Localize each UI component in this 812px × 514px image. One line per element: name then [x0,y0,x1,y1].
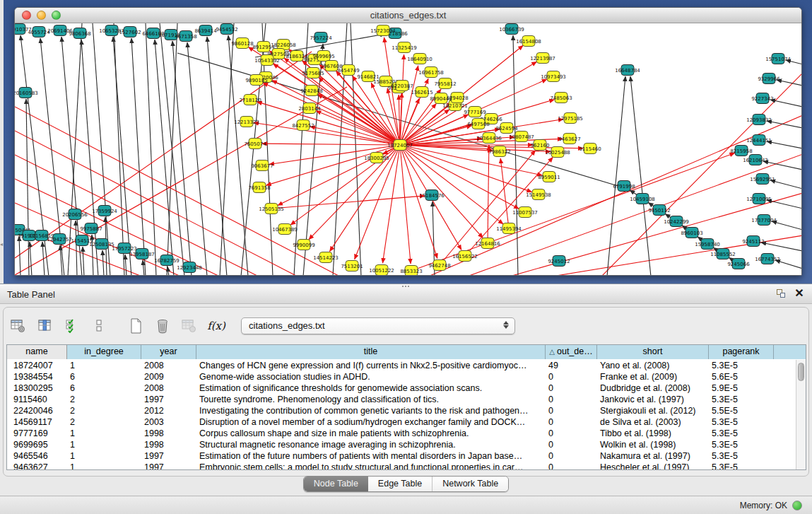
function-builder-button[interactable]: f(x) [207,316,225,336]
graph-node-label: 15723094 [370,28,396,34]
table-row[interactable]: 1938455462009Genome-wide association stu… [7,371,796,382]
graph-node-label: 9245012 [548,259,570,264]
cell-year: 1998 [141,428,196,439]
table-vertical-scrollbar[interactable] [796,360,806,469]
cell-in_degree: 6 [67,382,141,394]
graph-node-label: 8624594 [495,126,518,132]
graph-edge-segment [15,107,340,275]
graph-node-label: 16648784 [615,68,640,74]
table-row[interactable]: 1456911722003Disruption of a novel membe… [7,416,796,428]
cell-year: 2008 [141,382,196,394]
graph-node-label: 10807487 [509,134,534,140]
graph-node-label: 15958740 [695,242,720,247]
column-header-out_degree[interactable]: △out_de… [546,345,597,359]
cell-year: 2008 [141,360,196,371]
network-window[interactable]: citations_edges.txt 16910377405572420691… [14,7,802,276]
cell-year: 1998 [141,439,196,450]
cell-out_degree: 0 [546,428,597,439]
cell-out_degree: 0 [546,439,597,450]
graph-edge-segment [146,23,156,275]
graph-node-label: 18640910 [407,57,433,62]
graph-edge-arrow [125,255,126,275]
delete-table-button[interactable] [153,316,172,336]
graph-edge-arrow [607,76,625,275]
table-row[interactable]: 969969511998Structural magnetic resonanc… [7,439,796,450]
graph-node-label: 16774352 [755,257,780,262]
network-canvas[interactable]: 1691037740557242069140698063681065328715… [15,23,801,275]
graph-node-label: 9990099 [293,243,314,248]
cell-out_degree: 0 [546,462,597,469]
tab-edge-table[interactable]: Edge Table [368,477,432,491]
graph-node-label: 18210721 [442,103,468,109]
column-header-short[interactable]: short [597,345,709,359]
network-window-titlebar[interactable]: citations_edges.txt [15,8,801,23]
column-header-title[interactable]: title [196,345,546,359]
memory-ok-indicator [792,501,802,510]
table-row[interactable]: 946362711997Embryonic stem cells: a mode… [7,462,796,469]
table-row[interactable]: 1830029562008Estimation of significance … [7,382,796,394]
graph-edge-arrow [777,80,801,86]
cell-out_degree: 0 [546,371,597,382]
graph-node-label: 8220387 [391,83,413,89]
cell-title: Investigating the contribution of common… [196,405,546,416]
scrollbar-thumb[interactable] [798,363,804,381]
graph-node-label: 11007537 [512,210,538,216]
column-header-pagerank[interactable]: pagerank [709,345,774,359]
cell-year: 2003 [141,416,196,428]
table-selector-dropdown[interactable]: citations_edges.txt [241,317,515,334]
graph-node-label: 15149538 [526,192,551,198]
select-columns-button[interactable] [63,316,81,336]
splitter-collapse-icon[interactable]: ◂ [0,241,4,247]
graph-edge [318,94,400,145]
cell-short: Dudbridge et al. (2008) [597,382,709,394]
graph-node-label: 9699695 [312,54,334,59]
row-height-button[interactable] [90,316,108,336]
graph-node-label: 10467389 [272,227,298,233]
graph-node-label: 12505135 [259,206,284,212]
graph-node-label: 8639414 [194,28,217,34]
table-body: 1872400712008Changes of HCN gene express… [7,360,796,469]
cell-out_degree: 0 [546,416,597,428]
table-row[interactable]: 1872400712008Changes of HCN gene express… [7,360,796,371]
graph-node-label: 9860128 [231,41,253,47]
graph-node-label: 11495394 [496,226,522,232]
new-table-button[interactable] [126,316,145,336]
network-graph-svg[interactable]: 1691037740557242069140698063681065328715… [15,23,801,275]
graph-node-label: 7955812 [434,81,456,87]
table-row[interactable]: 977716911998Corpus callosum shape and si… [7,428,796,439]
column-header-year[interactable]: year [141,345,196,359]
table-settings-button[interactable] [9,316,28,336]
column-header-name[interactable]: name [7,345,67,359]
graph-edge [400,104,436,145]
graph-edge-arrow [172,41,192,275]
show-column-button[interactable] [36,316,54,336]
tab-network-table[interactable]: Network Table [432,477,508,491]
column-header-in_degree[interactable]: in_degree [67,345,141,359]
graph-node-label: 16210643 [743,158,768,163]
cell-name: 9777169 [7,428,67,439]
graph-node-label: 7605074 [244,141,266,147]
graph-node-label: 7485063 [550,95,572,101]
graph-edge-arrow [761,243,801,251]
tab-node-table[interactable]: Node Table [304,477,368,491]
split-drag-handle[interactable] [401,285,410,288]
cell-title: Genome-wide association studies in ADHD. [196,371,546,382]
graph-node-label: 12164816 [475,241,500,247]
cell-name: 18724007 [7,360,67,371]
cell-name: 14569117 [7,416,67,428]
table-row[interactable]: 911546021997Tourette syndrome. Phenomeno… [7,394,796,405]
cell-in_degree: 1 [67,360,141,371]
cell-out_degree: 0 [546,450,597,462]
graph-node-label: 9063677 [251,163,273,169]
cell-title: Embryonic stem cells: a model to study s… [196,462,546,469]
graph-node-label: 9463627 [558,136,580,142]
graph-node-label: 8853323 [400,269,422,274]
table-row[interactable]: 946554611997Estimation of the future num… [7,450,796,462]
cell-title: Estimation of significance thresholds fo… [196,382,546,394]
graph-node-label: 10242299 [664,219,689,225]
cell-short: Hescheler et al. (1997) [597,462,709,469]
close-panel-icon[interactable]: ✕ [794,287,805,300]
table-row[interactable]: 2242004622012Investigating the contribut… [7,405,796,416]
float-panel-icon[interactable] [775,288,787,300]
cell-in_degree: 2 [67,394,141,405]
